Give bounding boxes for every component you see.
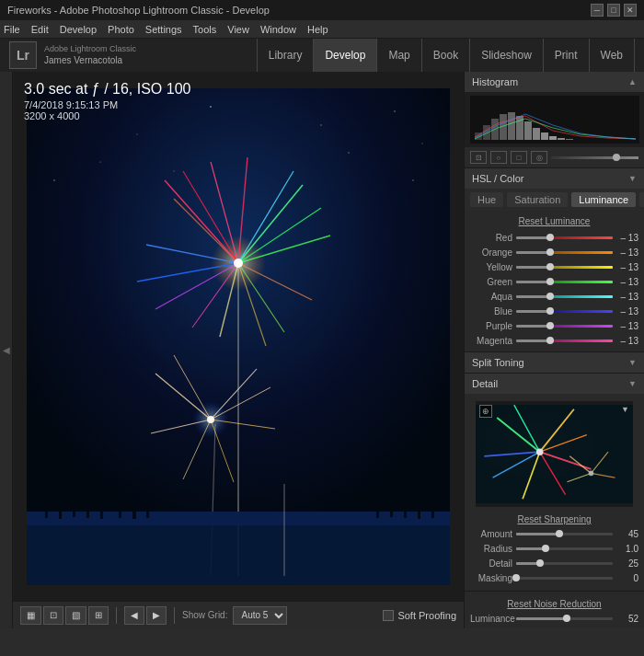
sharpening-reset-button[interactable]: Reset Sharpening [517,514,591,524]
nav-web[interactable]: Web [590,39,635,72]
slider-yellow-track[interactable] [516,266,613,269]
slider-amount-value: 45 [616,529,638,539]
slider-red-track[interactable] [516,236,613,239]
show-grid-label: Show Grid: [182,610,227,620]
slider-purple-track[interactable] [516,325,613,328]
slider-green-label: Green [470,277,512,287]
hsl-section: HSL / Color ▼ Hue Saturation Luminance A… [465,168,644,352]
tab-hue[interactable]: Hue [470,192,503,207]
slider-green-track[interactable] [516,281,613,283]
slider-yellow: Yellow – 13 [465,259,644,274]
tab-saturation[interactable]: Saturation [507,192,568,207]
menu-photo[interactable]: Photo [108,24,134,35]
soft-proofing-checkbox[interactable] [383,610,394,621]
slider-detail: Detail 25 [465,556,644,570]
photo-date: 7/4/2018 9:15:13 PM [24,99,190,110]
noise-group: Reset Noise Reduction Luminance 52 Detai… [465,595,644,628]
nav-buttons: ◀ ▶ [124,606,167,625]
detail-preview-wrapper: ⊕ ▼ [465,394,644,507]
next-photo-btn[interactable]: ▶ [146,606,167,625]
minimize-button[interactable]: ─ [591,4,604,17]
nav-username: James Vernacotola [44,54,136,66]
slider-magenta: Magenta – 13 [465,333,644,348]
hsl-label: HSL / Color [472,173,523,184]
tab-luminance[interactable]: Luminance [571,192,636,207]
nav-slideshow[interactable]: Slideshow [470,39,544,72]
split-toning-label: Split Toning [472,357,524,368]
slider-aqua-thumb [546,293,554,300]
loupe-view-btn[interactable]: ⊡ [43,606,63,625]
menu-file[interactable]: File [4,24,20,35]
soft-proofing-label: Soft Proofing [397,610,456,621]
grid-view-btn[interactable]: ▦ [20,606,41,625]
detail-header[interactable]: Detail ▼ [465,374,644,394]
slider-orange-track[interactable] [516,251,613,254]
hist-icon-4[interactable]: ◎ [531,151,547,164]
slider-lum-detail-value: 50 [616,628,638,629]
menu-window[interactable]: Window [260,24,296,35]
svg-point-5 [394,110,396,112]
slider-detail-thumb [536,559,544,567]
slider-amount-track[interactable] [516,533,613,535]
window-controls: ─ □ ✕ [591,4,637,17]
slider-magenta-track[interactable] [516,340,613,342]
svg-rect-67 [524,121,532,140]
photo-area: 3.0 sec at ƒ / 16, ISO 100 7/4/2018 9:15… [13,72,464,628]
histogram-header[interactable]: Histogram ▲ [465,72,644,92]
photo-dims: 3200 x 4000 [24,110,190,121]
menu-help[interactable]: Help [307,24,328,35]
slider-purple: Purple – 13 [465,318,644,333]
menu-edit[interactable]: Edit [31,24,49,35]
hist-slider [551,156,638,159]
svg-rect-58 [431,506,434,518]
svg-point-8 [422,143,423,144]
nav-print[interactable]: Print [544,39,590,72]
slider-radius-track[interactable] [516,547,613,550]
slider-blue-fill [516,310,550,313]
prev-photo-btn[interactable]: ◀ [124,606,144,625]
menu-tools[interactable]: Tools [193,24,217,35]
nav-library[interactable]: Library [257,39,315,72]
svg-rect-56 [404,507,407,518]
slider-aqua-track[interactable] [516,295,613,298]
detail-options-arrow[interactable]: ▼ [621,405,629,414]
slider-purple-label: Purple [470,321,512,331]
menu-develop[interactable]: Develop [60,24,97,35]
svg-point-2 [136,133,137,134]
auto-advance-select[interactable]: Auto 5 Auto 3 Off [233,606,287,625]
hist-slider-track[interactable] [551,156,638,159]
tab-all[interactable]: All [639,192,644,207]
close-button[interactable]: ✕ [624,4,637,17]
hsl-reset-button[interactable]: Reset Luminance [519,216,591,226]
hsl-header[interactable]: HSL / Color ▼ [465,168,644,189]
slider-yellow-label: Yellow [470,262,512,272]
nav-develop[interactable]: Develop [314,39,377,72]
hist-icon-3[interactable]: □ [511,151,527,164]
maximize-button[interactable]: □ [607,4,620,17]
svg-rect-46 [45,507,48,518]
menu-view[interactable]: View [227,24,249,35]
slider-masking-label: Masking [470,573,512,583]
survey-view-btn[interactable]: ⊞ [88,606,109,625]
hist-slider-thumb [613,154,620,161]
nav-map[interactable]: Map [377,39,421,72]
left-panel-toggle[interactable]: ◀ [0,72,13,628]
slider-detail-track[interactable] [516,562,613,565]
slider-green-fill [516,281,550,283]
lr-logo: Lr [9,41,37,69]
slider-radius-label: Radius [470,544,512,554]
detail-nav-button[interactable]: ⊕ [479,405,492,418]
menu-settings[interactable]: Settings [145,24,182,35]
hsl-reset-row: Reset Luminance [465,214,644,230]
slider-blue-track[interactable] [516,310,613,313]
hist-icon-1[interactable]: ⊡ [470,151,487,164]
compare-view-btn[interactable]: ▧ [65,606,86,625]
noise-reset-button[interactable]: Reset Noise Reduction [507,599,601,609]
split-toning-header[interactable]: Split Toning ▼ [465,352,644,373]
svg-rect-54 [376,508,379,518]
nav-book[interactable]: Book [422,39,470,72]
slider-luminance-track[interactable] [516,617,613,620]
hist-icon-2[interactable]: ○ [490,151,507,164]
svg-rect-45 [27,512,450,525]
slider-masking-track[interactable] [516,577,613,580]
